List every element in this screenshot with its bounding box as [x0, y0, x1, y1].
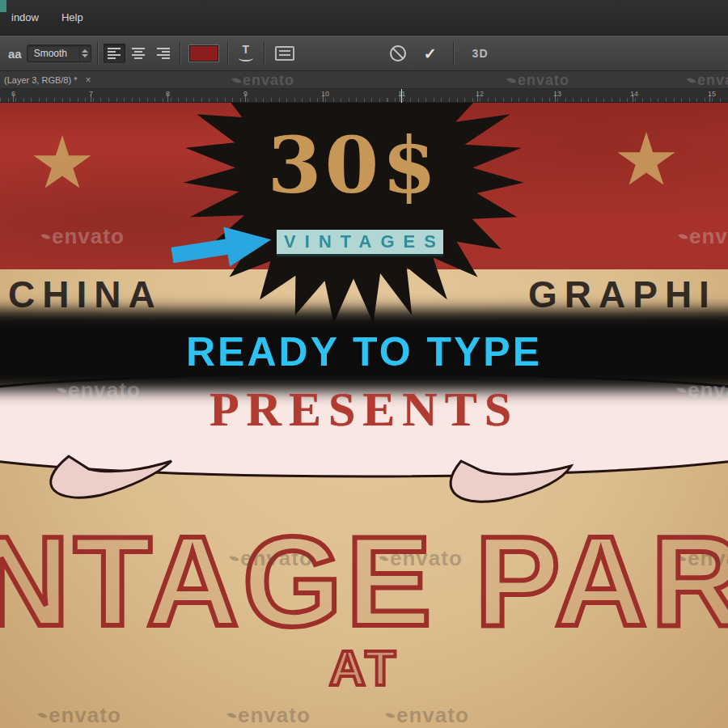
menubar: indow Help: [0, 0, 728, 36]
ruler-tick: 14: [630, 90, 638, 98]
smoothing-select[interactable]: Smooth: [27, 44, 91, 62]
options-bar: aa Smooth T ✓ 3D: [0, 36, 728, 71]
overlay-text: READY TO TYPE: [0, 328, 728, 375]
warp-text-button[interactable]: T: [234, 43, 258, 64]
ruler-major-ticks: [0, 94, 728, 102]
spinner-arrows-icon[interactable]: [79, 45, 91, 61]
ruler-tick: 10: [321, 90, 329, 98]
watermark: envato: [228, 703, 311, 728]
watermark: envato: [233, 72, 294, 89]
menu-item-window[interactable]: indow: [0, 11, 50, 23]
canvas[interactable]: envato envato 30$ VINTAGES CHINA GRAPHI …: [0, 103, 728, 728]
color-swatch[interactable]: [189, 45, 218, 61]
smoothing-value: Smooth: [28, 48, 79, 59]
watermark: envato: [387, 703, 469, 728]
separator: [227, 42, 228, 65]
3d-label[interactable]: 3D: [472, 47, 489, 60]
align-right-button[interactable]: [152, 44, 174, 63]
separator: [97, 42, 98, 65]
ruler-tick: 15: [708, 90, 716, 98]
ruler[interactable]: 6 7 8 9 10 11 12 13 14 15: [0, 89, 728, 103]
selected-text[interactable]: VINTAGES: [277, 230, 443, 256]
ruler-tick: 13: [553, 90, 561, 98]
app-icon-fragment: [0, 0, 6, 12]
ruler-tick: 12: [476, 90, 484, 98]
watermark: envato: [39, 703, 121, 728]
ruler-tick: 8: [166, 90, 170, 98]
tab-close-icon[interactable]: ×: [85, 74, 91, 86]
menu-item-help[interactable]: Help: [50, 11, 95, 23]
antialias-icon: aa: [8, 48, 22, 60]
separator: [264, 42, 265, 65]
alignment-group: [104, 44, 174, 63]
warp-arc-icon: [239, 55, 253, 61]
ruler-tick: 7: [89, 90, 93, 98]
align-center-button[interactable]: [128, 44, 150, 63]
align-left-button[interactable]: [104, 44, 125, 63]
watermark: envato: [508, 72, 569, 89]
ruler-cursor-indicator: [401, 89, 402, 103]
separator: [453, 42, 454, 65]
panels-toggle-button[interactable]: [275, 46, 294, 61]
ruler-tick: 9: [243, 90, 248, 98]
price-text: 30$: [232, 127, 475, 205]
at-text: AT: [0, 643, 728, 693]
commit-button[interactable]: ✓: [424, 44, 437, 63]
document-tab[interactable]: (Layer 3, RGB/8) * × envato envato envat…: [0, 71, 728, 89]
watermark: envato: [688, 72, 728, 89]
headline-text: NTAGE PAR: [0, 517, 728, 645]
cancel-button[interactable]: [390, 45, 406, 61]
tab-title: (Layer 3, RGB/8) *: [4, 75, 77, 85]
ruler-tick: 6: [11, 90, 15, 98]
separator: [180, 42, 180, 65]
ribbon-text: PRESENTS: [0, 382, 728, 438]
